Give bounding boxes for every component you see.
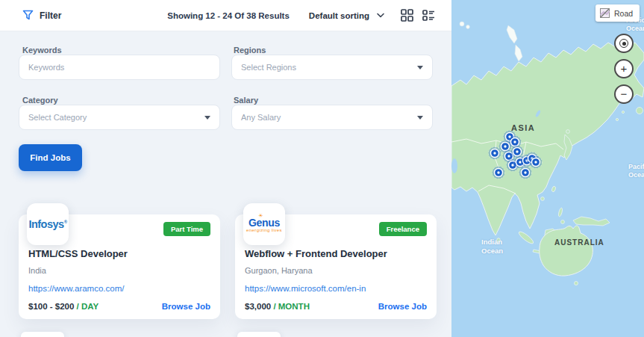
grid-view-icon[interactable] [401,9,413,22]
dropdown-caret-icon [417,66,423,69]
map-cluster-marker[interactable] [493,167,505,179]
job-title[interactable]: Webflow + Frontend Developer [245,248,387,259]
company-name: Genus [248,217,280,229]
keywords-field[interactable] [19,55,220,80]
map-style-label: Road [614,9,633,18]
road-map-icon [600,8,610,18]
filter-toggle[interactable]: Filter [22,10,61,21]
island-tasmania [575,282,578,285]
job-type-badge: Freelance [379,222,427,236]
zoom-out-button[interactable]: − [614,84,634,104]
company-logo: Genus☀ energizing lives [243,203,285,245]
dropdown-caret-icon [204,116,210,120]
locate-me-button[interactable] [614,34,634,53]
job-search-page: Filter Showing 12 - 24 Of 38 Results Def… [0,0,644,337]
category-value: Select Category [28,113,87,122]
category-select[interactable]: Select Category [19,105,220,130]
company-name: Infosys [28,218,63,230]
salary-label: Salary [234,96,258,105]
keywords-input[interactable] [28,63,210,72]
sun-icon: ☀ [258,213,263,219]
job-card[interactable]: Genus☀ energizing lives Freelance Webflo… [235,214,437,319]
next-card-peek [237,332,281,337]
sort-dropdown[interactable]: Default sorting [309,11,384,20]
map-canvas[interactable]: ASIA AUSTRALIA Indian Ocean Arctic Ocean… [451,0,644,337]
arctic-islands [460,22,522,61]
job-footer: $3,000 / MONTH Browse Job [245,302,427,311]
find-jobs-button[interactable]: Find Jobs [19,144,82,171]
next-card-peek [21,332,64,337]
landmass-australia [540,226,593,276]
dropdown-caret-icon [417,116,423,120]
browse-job-link[interactable]: Browse Job [378,302,427,311]
map-cluster-marker[interactable] [519,167,532,179]
job-salary: $100 - $200 / DAY [28,302,99,311]
map-style-button[interactable]: Road [595,4,640,22]
filter-label: Filter [40,10,61,21]
salary-amount: $3,000 [245,302,271,311]
regions-label: Regions [234,46,266,55]
job-card[interactable]: Infosys® Part Time HTML/CSS Developer In… [19,214,220,319]
browse-job-link[interactable]: Browse Job [162,302,210,311]
category-label: Category [22,96,58,105]
salary-amount: $100 - $200 [28,302,74,311]
company-logo: Infosys® [27,203,69,245]
salary-period: / MONTH [273,302,310,311]
job-title[interactable]: HTML/CSS Developer [28,248,128,259]
results-count: Showing 12 - 24 Of 38 Results [167,11,290,20]
salary-select[interactable]: Any Salary [231,105,433,130]
job-company-link[interactable]: https://www.aramco.com/ [28,284,124,293]
map-geography [451,0,644,337]
registered-mark: ® [64,220,67,224]
zoom-in-button[interactable]: + [614,59,634,78]
map-cluster-marker[interactable] [489,147,501,160]
view-switcher [401,9,435,22]
job-footer: $100 - $200 / DAY Browse Job [28,302,210,311]
job-salary: $3,000 / MONTH [245,302,310,311]
lake [451,158,457,173]
toolbar: Filter Showing 12 - 24 Of 38 Results Def… [0,0,451,31]
job-location: Gurgaon, Haryana [245,266,313,275]
job-location: India [28,266,46,275]
chevron-down-icon [377,13,384,18]
job-company-link[interactable]: https://www.microsoft.com/en-in [245,284,366,293]
regions-select[interactable]: Select Regions [231,55,433,80]
locate-icon [619,39,628,48]
regions-value: Select Regions [241,63,296,72]
list-view-icon[interactable] [422,9,435,22]
salary-value: Any Salary [241,113,281,122]
zoom-in-icon: + [621,63,628,74]
job-type-badge: Part Time [163,222,210,236]
salary-period: / DAY [77,302,99,311]
zoom-out-icon: − [621,88,628,99]
filter-funnel-icon [22,10,34,21]
keywords-label: Keywords [22,46,62,55]
map-cluster-marker[interactable] [530,156,543,169]
sort-label: Default sorting [309,11,369,20]
